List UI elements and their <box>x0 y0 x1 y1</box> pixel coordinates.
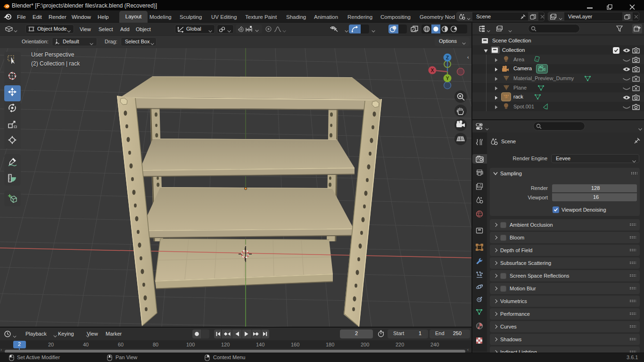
svg-text:X: X <box>431 68 434 73</box>
svg-text:Z: Z <box>446 55 449 60</box>
svg-text:Y: Y <box>446 76 449 81</box>
